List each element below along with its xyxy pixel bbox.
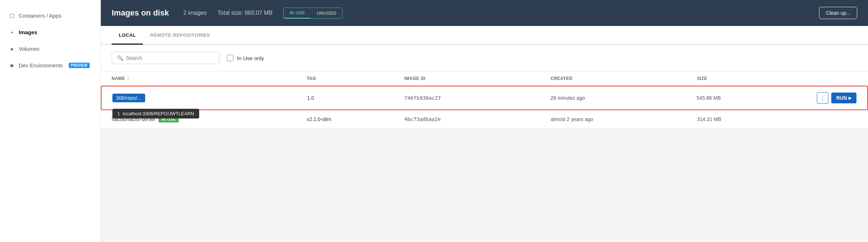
in-use-only-label: In Use only [237, 55, 264, 61]
header: Images on disk 2 images Total size: 860.… [101, 0, 868, 26]
cleanup-button[interactable]: Clean up... [819, 7, 857, 19]
tab-local[interactable]: LOCAL [112, 26, 143, 45]
col-header-image-id: IMAGE ID [404, 76, 551, 81]
tooltip-prefix: 1 [117, 111, 120, 116]
tag-cell: 1.0 [307, 95, 404, 101]
sidebar-item-images[interactable]: ▪ Images [0, 24, 100, 40]
search-box: 🔍 [112, 52, 220, 64]
sidebar-item-volumes[interactable]: ● Volumes [0, 40, 100, 57]
table-row: nacos/nacos-server IN USE v2.1.0-slim 4b… [101, 110, 868, 129]
sidebar: ▢ Containers / Apps ▪ Images ● Volumes ■… [0, 0, 101, 242]
sidebar-item-label: Images [19, 29, 37, 35]
toggle-in-use-button[interactable]: IN USE [284, 8, 311, 18]
col-header-actions [814, 76, 857, 81]
content-area: LOCAL REMOTE REPOSITORIES 🔍 In Use only … [101, 26, 868, 242]
preview-badge: PREVIEW [69, 63, 90, 68]
name-highlight: 306/repo/... [112, 94, 145, 102]
toggle-unused-button[interactable]: UNUSED [311, 8, 342, 18]
volume-icon: ● [9, 45, 15, 52]
image-icon: ▪ [9, 29, 15, 35]
col-header-size: SIZE [697, 76, 814, 81]
dev-icon: ■ [9, 62, 15, 68]
header-meta: 2 images Total size: 860.07 MB IN USE UN… [183, 7, 857, 19]
sidebar-item-label: Dev Environments [19, 62, 63, 68]
created-cell: 28 minutes ago [550, 95, 696, 101]
search-icon: 🔍 [117, 55, 123, 61]
size-cell: 545.86 MB [697, 95, 813, 101]
tab-bar: LOCAL REMOTE REPOSITORIES [101, 26, 868, 45]
sort-asc-icon: ↑ [127, 76, 129, 81]
sidebar-item-dev-environments[interactable]: ■ Dev Environments PREVIEW [0, 57, 100, 73]
main-content: Images on disk 2 images Total size: 860.… [101, 0, 868, 242]
image-id-cell: 4bc73adbaa2e [404, 116, 551, 122]
run-arrow-icon: ▶ [849, 96, 851, 100]
created-cell: almost 2 years ago [551, 116, 697, 122]
sidebar-item-containers[interactable]: ▢ Containers / Apps [0, 7, 100, 24]
tag-cell: v2.1.0-slim [307, 116, 404, 122]
actions-cell: ⋮ RUN ▶ [813, 92, 856, 104]
container-icon: ▢ [9, 12, 15, 19]
run-button[interactable]: RUN ▶ [831, 93, 856, 103]
table-header: NAME ↑ TAG IMAGE ID CREATED SIZE [101, 72, 868, 86]
images-table: NAME ↑ TAG IMAGE ID CREATED SIZE 306/rep… [101, 72, 868, 129]
more-options-button[interactable]: ⋮ [817, 92, 828, 104]
col-header-tag: TAG [307, 76, 404, 81]
row-name-cell: 306/repo/... [112, 94, 307, 102]
image-tooltip: 1 localhost:3306/REPO/JWTLEARN [112, 109, 199, 118]
page-title: Images on disk [112, 8, 169, 18]
images-count: 2 images [183, 10, 207, 16]
filter-bar: 🔍 In Use only [101, 45, 868, 72]
col-header-name: NAME ↑ [112, 76, 307, 81]
table-row: 306/repo/... 1.0 746fb939ac27 28 minutes… [101, 86, 868, 110]
in-use-only-checkbox[interactable] [227, 55, 233, 61]
sidebar-item-label: Containers / Apps [19, 13, 61, 19]
sidebar-item-label: Volumes [19, 46, 40, 52]
usage-toggle: IN USE UNUSED [283, 8, 343, 19]
total-size: Total size: 860.07 MB [218, 10, 273, 16]
col-name-label: NAME [112, 76, 125, 81]
tab-remote-repositories[interactable]: REMOTE REPOSITORIES [143, 26, 217, 45]
image-id-cell: 746fb939ac27 [404, 95, 550, 101]
tooltip-text: localhost:3306/REPO/JWTLEARN [123, 111, 194, 116]
size-cell: 314.21 MB [697, 116, 814, 122]
search-input[interactable] [126, 55, 214, 61]
in-use-only-filter[interactable]: In Use only [227, 55, 264, 61]
col-header-created: CREATED [551, 76, 697, 81]
